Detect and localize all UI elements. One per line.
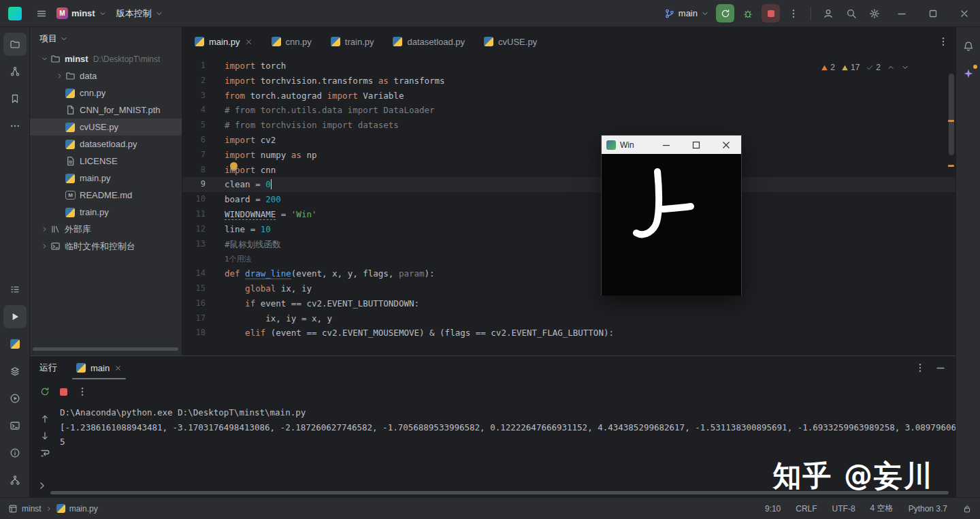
soft-wrap-icon[interactable] (39, 447, 50, 458)
tab-options-kebab-icon[interactable] (938, 36, 949, 47)
tree-item-data[interactable]: data (30, 67, 182, 84)
run-tab-main[interactable]: main (68, 356, 130, 379)
close-window-button[interactable] (711, 136, 741, 154)
branch-selector[interactable]: main (659, 3, 714, 24)
code-line[interactable]: 5# from torchvision import datasets (182, 118, 956, 133)
opencv-window-titlebar[interactable]: Win (602, 136, 741, 154)
opencv-window[interactable]: Win (601, 135, 742, 296)
project-panel-header[interactable]: 项目 (30, 27, 182, 50)
close-tab-icon[interactable] (245, 38, 252, 46)
breadcrumb-file[interactable]: main.py (69, 504, 98, 514)
close-window-button[interactable] (949, 0, 980, 27)
code-line[interactable]: 2import torchvision.transforms as transf… (182, 74, 956, 89)
tree-item-cvUSE.py[interactable]: cvUSE.py (30, 119, 182, 136)
code-line[interactable]: 8import cnn (182, 163, 956, 178)
minimize-window-button[interactable] (886, 0, 917, 27)
tool-button-terminal[interactable] (3, 414, 27, 437)
tree-item-train.py[interactable]: train.py (30, 204, 182, 221)
code-line[interactable]: 16 if event == cv2.EVENT_LBUTTONDOWN: (182, 296, 956, 311)
stop-button[interactable] (762, 4, 780, 22)
code-line[interactable]: 12line = 10 (182, 222, 956, 237)
stop-icon[interactable] (60, 388, 67, 396)
code-line[interactable]: 18 elif (event == cv2.EVENT_MOUSEMOVE) &… (182, 326, 956, 341)
vcs-menu-button[interactable]: 版本控制 (112, 3, 168, 24)
code-line[interactable]: 11WINDOWNAME = 'Win' (182, 207, 956, 222)
tree-item-LICENSE[interactable]: LICENSE (30, 153, 182, 170)
caret-position-widget[interactable]: 9:10 (765, 504, 781, 514)
warning-stripe-mark[interactable] (948, 120, 954, 122)
tool-button-vcs[interactable] (3, 469, 27, 492)
code-line[interactable]: 10board = 200 (182, 192, 956, 207)
line-separator-widget[interactable]: CRLF (796, 504, 817, 514)
encoding-widget[interactable]: UTF-8 (832, 504, 855, 514)
code-line[interactable]: 13#鼠标划线函数 (182, 237, 956, 252)
code-line[interactable]: 3from torch.autograd import Variable (182, 89, 956, 104)
tree-item-cnn.py[interactable]: cnn.py (30, 84, 182, 101)
project-horizontal-scrollbar[interactable] (33, 347, 178, 351)
kebab-icon[interactable] (77, 386, 88, 397)
tool-button-todo[interactable] (3, 278, 27, 301)
breadcrumb-project[interactable]: minst (22, 504, 42, 514)
tool-button-project[interactable] (3, 33, 27, 56)
intention-bulb-icon[interactable] (230, 162, 238, 170)
tab-datasetload.py[interactable]: datasetload.py (383, 27, 474, 56)
chevron-right-icon[interactable] (53, 72, 65, 80)
minimize-window-button[interactable] (651, 136, 681, 154)
code-line[interactable]: 4# from torch.utils.data import DataLoad… (182, 103, 956, 118)
expand-icon[interactable] (37, 480, 48, 491)
console-output[interactable]: D:\Anaconda\python.exe D:\DesktopT\minst… (60, 404, 956, 458)
inspections-widget[interactable]: 2 17 2 (817, 61, 913, 74)
tree-item-外部库[interactable]: 外部库 (30, 221, 182, 238)
code-line[interactable]: 9clean = 0 (182, 177, 956, 192)
tool-button-run[interactable] (3, 305, 27, 328)
tree-item-minst[interactable]: minstD:\DesktopT\minst (30, 50, 182, 67)
code-line[interactable]: 6import cv2 (182, 133, 956, 148)
tool-button-structure[interactable] (3, 60, 27, 83)
tool-button-problems[interactable] (3, 441, 27, 465)
more-actions-button[interactable] (784, 4, 803, 23)
interpreter-widget[interactable]: Python 3.7 (909, 504, 947, 514)
settings-button[interactable] (865, 4, 884, 23)
code-line[interactable]: 17 ix, iy = x, y (182, 311, 956, 326)
inlay-hint-row[interactable]: 1个用法 (182, 251, 956, 266)
tab-cnn.py[interactable]: cnn.py (262, 27, 321, 56)
tree-item-main.py[interactable]: main.py (30, 170, 182, 187)
maximize-window-button[interactable] (681, 136, 711, 154)
search-everywhere-button[interactable] (842, 4, 861, 23)
notifications-button[interactable] (957, 35, 980, 58)
tab-cvUSE.py[interactable]: cvUSE.py (474, 27, 546, 56)
debug-button[interactable] (738, 4, 757, 23)
tree-item-datasetload.py[interactable]: datasetload.py (30, 136, 182, 153)
rerun-button[interactable] (716, 4, 734, 22)
chevron-right-icon[interactable] (38, 242, 50, 250)
tab-main.py[interactable]: main.py (185, 27, 262, 56)
rerun-icon[interactable] (39, 386, 50, 397)
code-line[interactable]: 14def draw_line(event, x, y, flags, para… (182, 266, 956, 281)
indent-widget[interactable]: 4 空格 (870, 503, 894, 514)
close-tab-icon[interactable] (114, 364, 122, 372)
scrollbar-thumb[interactable] (949, 74, 954, 155)
prev-problem-icon[interactable] (887, 63, 895, 72)
tool-button-python-console[interactable] (3, 332, 27, 356)
lock-icon[interactable] (962, 504, 972, 514)
tree-item-README.md[interactable]: MREADME.md (30, 187, 182, 204)
hide-panel-icon[interactable] (935, 362, 946, 373)
warning-stripe-mark[interactable] (948, 165, 954, 167)
drawing-canvas[interactable] (602, 154, 741, 296)
ai-assistant-button[interactable] (957, 62, 980, 85)
next-problem-icon[interactable] (901, 63, 909, 72)
tab-train.py[interactable]: train.py (321, 27, 384, 56)
maximize-window-button[interactable] (917, 0, 949, 27)
kebab-icon[interactable] (915, 362, 926, 373)
code-line[interactable]: 7import numpy as np (182, 148, 956, 163)
up-stacktrace-icon[interactable] (39, 413, 50, 424)
tree-item-临时文件和控制台[interactable]: 临时文件和控制台 (30, 238, 182, 255)
tool-button-services[interactable] (3, 360, 27, 383)
down-stacktrace-icon[interactable] (39, 430, 50, 441)
chevron-right-icon[interactable] (38, 225, 50, 233)
tool-button-more[interactable] (3, 114, 27, 138)
tree-item-CNN_for_MNIST.pth[interactable]: CNN_for_MNIST.pth (30, 101, 182, 119)
profile-button[interactable] (819, 4, 838, 23)
chevron-down-icon[interactable] (38, 55, 50, 63)
code-editor[interactable]: 1import torch2import torchvision.transfo… (182, 56, 956, 356)
